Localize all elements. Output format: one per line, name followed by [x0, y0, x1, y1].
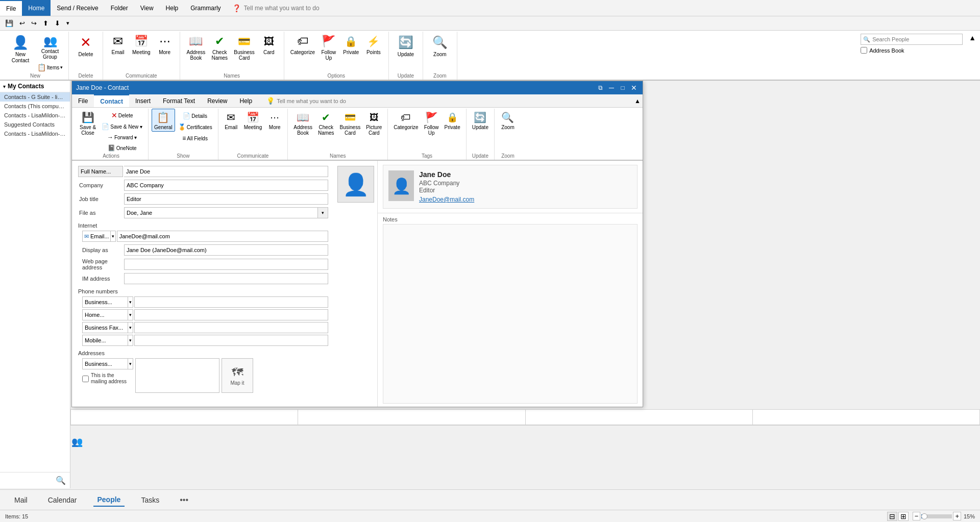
cw-meeting-button[interactable]: 📅 Meeting — [241, 109, 265, 132]
ribbon-collapse-btn[interactable]: ▲ — [967, 33, 978, 43]
update-button[interactable]: 🔄 Update — [393, 32, 419, 59]
cw-check-names-button[interactable]: ✔ CheckNames — [315, 109, 337, 137]
contact-tab-file[interactable]: File — [72, 94, 94, 107]
meeting-button[interactable]: 📅 Meeting — [130, 32, 153, 57]
sidebar-item-contacts-gsuite[interactable]: Contacts - G Suite - lisa@lis... — [0, 92, 70, 102]
delete-button[interactable]: ✕ Delete — [73, 32, 99, 59]
address-textarea[interactable] — [135, 358, 219, 393]
cw-address-book-button[interactable]: 📖 AddressBook — [291, 109, 315, 137]
contact-tab-insert[interactable]: Insert — [129, 94, 157, 107]
menu-home[interactable]: Home — [22, 0, 51, 16]
email-input[interactable] — [117, 231, 328, 242]
my-contacts-header[interactable]: ▾ My Contacts — [0, 81, 70, 92]
menu-send-receive[interactable]: Send / Receive — [51, 0, 104, 16]
contact-tell-me-input[interactable] — [277, 98, 369, 104]
save-new-button[interactable]: 📄 Save & New ▾ — [99, 121, 145, 132]
cw-more-btn[interactable]: ⋯ More — [265, 109, 284, 132]
private-button[interactable]: 🔒 Private — [340, 32, 362, 57]
cw-follow-up-button[interactable]: 🚩 FollowUp — [422, 109, 442, 137]
home-phone-input[interactable] — [134, 309, 328, 320]
home-phone-type-btn[interactable]: Home... ▾ — [82, 309, 133, 320]
menu-grammarly[interactable]: Grammarly — [184, 0, 227, 16]
down-qat-btn[interactable]: ⬇ — [53, 18, 62, 28]
more-button[interactable]: ⋯ More — [154, 32, 176, 57]
zoom-button[interactable]: 🔍 Zoom — [427, 32, 453, 59]
cw-picture-card-button[interactable]: 🖼 PictureCard — [363, 109, 384, 137]
menu-folder[interactable]: Folder — [105, 0, 134, 16]
cw-business-card-button[interactable]: 💳 BusinessCard — [337, 109, 363, 137]
contact-tab-format-text[interactable]: Format Text — [157, 94, 201, 107]
im-address-input[interactable] — [124, 273, 328, 284]
cw-update-button[interactable]: 🔄 Update — [470, 109, 491, 132]
company-input[interactable] — [124, 180, 328, 191]
business-phone-type-btn[interactable]: Business... ▾ — [82, 296, 133, 308]
view-layout-btn-2[interactable]: ⊞ — [898, 512, 909, 521]
forward-button[interactable]: → Forward ▾ — [99, 132, 145, 142]
menu-view[interactable]: View — [134, 0, 160, 16]
zoom-slider-thumb[interactable] — [921, 513, 927, 519]
full-name-button[interactable]: Full Name... — [78, 166, 123, 177]
check-names-button[interactable]: ✔ CheckNames — [209, 32, 230, 62]
email-button[interactable]: ✉ Email — [107, 32, 129, 57]
contact-window-resize-btn[interactable]: ⧉ — [596, 83, 605, 92]
nav-calendar[interactable]: Calendar — [44, 494, 81, 506]
cw-email-button[interactable]: ✉ Email — [222, 109, 241, 132]
nav-tasks[interactable]: Tasks — [137, 494, 163, 506]
card-email[interactable]: JaneDoe@mail.com — [419, 196, 474, 203]
redo-qat-btn[interactable]: ↪ — [29, 18, 39, 28]
save-qat-btn[interactable]: 💾 — [3, 18, 15, 28]
zoom-in-btn[interactable]: + — [953, 512, 961, 520]
points-button[interactable]: ⚡ Points — [363, 32, 384, 57]
address-type-btn[interactable]: Business... ▾ — [82, 358, 133, 369]
follow-up-button[interactable]: 🚩 FollowUp — [318, 32, 339, 62]
business-fax-input[interactable] — [134, 322, 328, 333]
all-fields-button[interactable]: ≡ All Fields — [176, 133, 215, 143]
menu-file[interactable]: File — [0, 0, 22, 16]
cw-categorize-button[interactable]: 🏷 Categorize — [391, 109, 421, 132]
picture-card-button[interactable]: 🖼 Card — [258, 32, 280, 57]
menu-help[interactable]: Help — [160, 0, 185, 16]
sidebar-item-suggested[interactable]: Suggested Contacts — [0, 120, 70, 129]
details-button[interactable]: 📄 Details — [176, 111, 215, 121]
tell-me-input[interactable] — [244, 5, 356, 12]
certificates-button[interactable]: 🏅 Certificates — [176, 122, 215, 132]
address-book-checkbox[interactable] — [861, 47, 867, 54]
contact-tab-review[interactable]: Review — [201, 94, 233, 107]
customize-qat-btn[interactable]: ▾ — [64, 19, 71, 28]
map-it-button[interactable]: 🗺 Map it — [222, 358, 253, 393]
email-type-button[interactable]: ✉ Email... ▾ — [82, 231, 116, 242]
nav-more-btn[interactable]: ••• — [176, 493, 192, 507]
sidebar-search-icon[interactable]: 🔍 — [56, 476, 66, 485]
display-as-input[interactable] — [124, 244, 328, 256]
full-name-input[interactable] — [124, 166, 328, 177]
address-book-button[interactable]: 📖 AddressBook — [184, 32, 208, 62]
cw-zoom-button[interactable]: 🔍 Zoom — [498, 109, 518, 132]
zoom-out-btn[interactable]: − — [913, 512, 921, 520]
save-close-button[interactable]: 💾 Save &Close — [77, 109, 99, 137]
notes-textarea[interactable] — [383, 224, 638, 404]
sidebar-item-contacts-computer[interactable]: Contacts (This computer o... — [0, 102, 70, 111]
contact-tab-help[interactable]: Help — [234, 94, 259, 107]
sidebar-item-contacts-2018[interactable]: Contacts - LisaMildon-2018 — [0, 129, 70, 138]
business-card-button[interactable]: 💳 BusinessCard — [231, 32, 257, 62]
cw-private-button[interactable]: 🔒 Private — [442, 109, 463, 132]
contact-ribbon-collapse-btn[interactable]: ▲ — [634, 97, 641, 105]
categorize-button[interactable]: 🏷 Categorize — [288, 32, 317, 57]
contact-window-close-btn[interactable]: ✕ — [629, 83, 639, 92]
cw-delete-button[interactable]: ✕ Delete — [99, 110, 145, 121]
mobile-phone-input[interactable] — [134, 335, 328, 346]
file-as-input[interactable] — [124, 207, 318, 218]
new-items-button[interactable]: 📋 Items ▾ — [36, 62, 64, 73]
new-contact-group-button[interactable]: 👥 ContactGroup — [36, 33, 64, 61]
business-phone-input[interactable] — [134, 296, 328, 308]
up-qat-btn[interactable]: ⬆ — [41, 18, 51, 28]
business-fax-type-btn[interactable]: Business Fax... ▾ — [82, 322, 133, 333]
onenote-button[interactable]: 📓 OneNote — [99, 143, 145, 153]
avatar-button[interactable]: 👤 — [337, 166, 374, 203]
search-people-input[interactable] — [872, 36, 954, 42]
general-button[interactable]: 📋 General — [152, 109, 175, 132]
new-contact-button[interactable]: 👤 New Contact — [6, 32, 35, 65]
nav-people[interactable]: People — [93, 493, 125, 507]
nav-mail[interactable]: Mail — [10, 494, 32, 506]
contact-tab-contact[interactable]: Contact — [94, 94, 129, 107]
